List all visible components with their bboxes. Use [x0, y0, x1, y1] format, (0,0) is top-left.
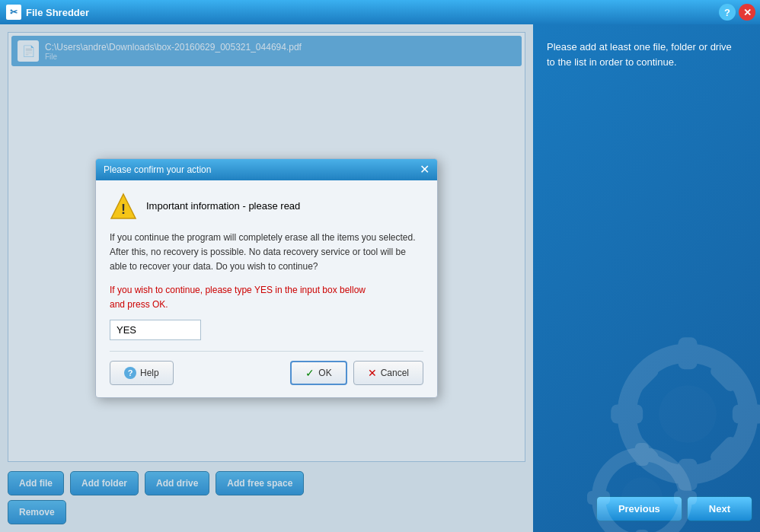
help-icon: ?	[124, 367, 136, 379]
gear-decoration-2	[585, 441, 699, 532]
svg-point-3	[659, 385, 717, 443]
dialog-heading: Important information - please read	[146, 200, 300, 212]
ok-icon: ✓	[305, 367, 315, 379]
dialog-titlebar: Please confirm your action ✕	[96, 159, 437, 180]
dialog-cancel-button[interactable]: ✕ Cancel	[353, 361, 423, 385]
hint-text: Please add at least one file, folder or …	[547, 40, 732, 69]
cancel-icon: ✕	[368, 367, 377, 379]
instruction-plain: If you wish to continue, please type	[110, 285, 254, 295]
dialog-ok-label: OK	[318, 368, 331, 378]
title-controls: ? ✕	[719, 4, 755, 21]
dialog-cancel-label: Cancel	[381, 368, 409, 378]
instruction-keyword: YES	[254, 285, 273, 295]
close-button[interactable]: ✕	[739, 4, 755, 21]
svg-rect-6	[611, 404, 643, 423]
dialog-instruction: If you wish to continue, please type YES…	[110, 283, 423, 312]
dialog-close-button[interactable]: ✕	[420, 164, 429, 176]
dialog-title: Please confirm your action	[104, 164, 211, 175]
title-bar: ✂ File Shredder ? ✕	[0, 0, 760, 24]
dialog-body: ! Important information - please read If…	[96, 180, 437, 398]
svg-rect-14	[635, 443, 649, 466]
dialog-message: If you continue the program will complet…	[110, 231, 423, 275]
confirmation-dialog: Please confirm your action ✕ ! Important…	[95, 158, 438, 399]
left-panel: 📄 C:\Users\andre\Downloads\box-20160629_…	[0, 24, 533, 532]
dialog-help-button[interactable]: ? Help	[110, 361, 174, 385]
right-panel: Please add at least one file, folder or …	[533, 24, 760, 532]
help-button[interactable]: ?	[719, 4, 736, 21]
svg-text:!: !	[121, 202, 126, 217]
svg-rect-17	[674, 491, 697, 505]
dialog-header: ! Important information - please read	[110, 193, 423, 220]
warning-icon: !	[110, 193, 137, 220]
yes-input[interactable]	[110, 320, 201, 340]
svg-point-13	[621, 477, 663, 518]
app-icon: ✂	[6, 5, 21, 20]
svg-rect-16	[587, 491, 610, 505]
svg-rect-7	[733, 404, 760, 423]
dialog-help-label: Help	[140, 368, 159, 378]
main-area: 📄 C:\Users\andre\Downloads\box-20160629_…	[0, 24, 760, 532]
app-title: File Shredder	[26, 7, 89, 18]
dialog-buttons: ? Help ✓ OK ✕ Cancel	[110, 351, 423, 385]
dialog-overlay: Please confirm your action ✕ ! Important…	[0, 24, 533, 532]
svg-rect-4	[678, 337, 697, 369]
dialog-ok-button[interactable]: ✓ OK	[290, 361, 346, 385]
